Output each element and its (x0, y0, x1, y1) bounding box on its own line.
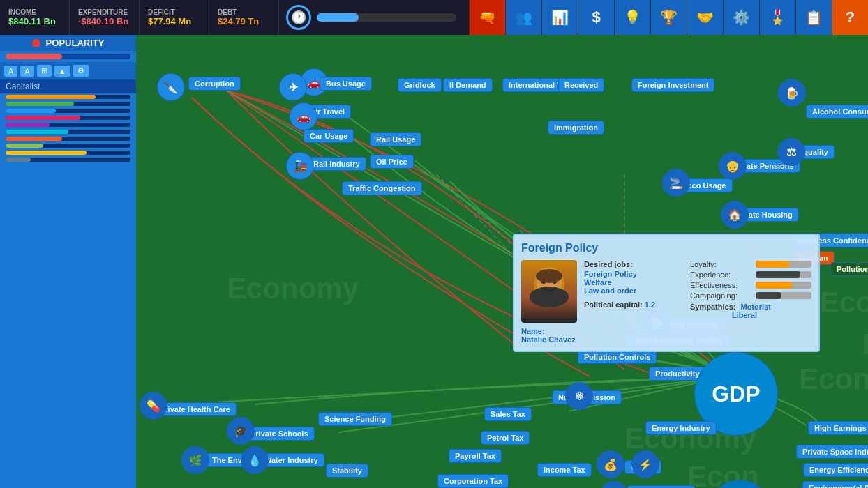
immigration-node[interactable]: Immigration (548, 121, 604, 135)
voter-bar-fill-1 (6, 95, 96, 99)
tool-up[interactable]: ▲ (54, 66, 70, 77)
corruption-node[interactable]: Corruption (188, 77, 241, 91)
bus-usage-node[interactable]: Bus Usage (320, 77, 372, 91)
sales-tax-node[interactable]: Sales Tax (484, 407, 532, 421)
popularity-bar-row (0, 51, 136, 62)
timer-bar-background (317, 13, 456, 22)
medal-button[interactable]: 🎖️ (759, 0, 795, 35)
income-value: $840.11 Bn (8, 16, 56, 26)
voter-bar-bg-3 (6, 109, 130, 113)
pollution-controls-node[interactable]: Pollution Controls (578, 350, 657, 364)
received-node[interactable]: Received (558, 78, 604, 92)
high-earnings-node[interactable]: High Earnings (808, 421, 868, 435)
foreign-investment-node[interactable]: Foreign Investment (631, 78, 714, 92)
trophy-button[interactable]: 🏆 (650, 0, 687, 35)
voter-row-1 (0, 93, 136, 100)
loyalty-bar-fill (756, 261, 789, 268)
voter-row-7 (0, 135, 136, 142)
petrol-tax-node[interactable]: Petrol Tax (481, 431, 530, 445)
tool-a[interactable]: A (4, 66, 17, 77)
rail-usage-node[interactable]: Rail Usage (370, 132, 421, 146)
oil-price-node[interactable]: Oil Price (370, 155, 414, 169)
gridlock-node[interactable]: Gridlock (398, 78, 442, 92)
energy-industry-node[interactable]: Energy Industry (645, 421, 717, 435)
voter-bar-fill-10 (6, 158, 31, 162)
rail-industry-node[interactable]: Rail Industry (307, 157, 366, 171)
plane-icon: ✈ (279, 73, 307, 101)
alcohol-consumption-node[interactable]: Alcohol Consumption (806, 105, 868, 119)
deficit-value: $77.94 Mn (148, 16, 191, 26)
income-tax-node[interactable]: Income Tax (537, 463, 592, 477)
effectiveness-bar-row: Effectiveness: (690, 281, 811, 289)
people-button[interactable]: 👥 (505, 0, 541, 35)
debt-block: DEBT $24.79 Tn (209, 0, 279, 35)
nav-icons: 🔫 👥 📊 $ 💡 🏆 🤝 ⚙️ 🎖️ 📋 ? (469, 0, 868, 35)
popularity-bar-fill (6, 54, 62, 59)
sidebar: POPULARITY A A ⊞ ▲ ⚙ Capitalist (0, 35, 136, 488)
science-funding-node[interactable]: Science Funding (318, 412, 392, 426)
corporation-tax-node[interactable]: Corporation Tax (437, 474, 509, 488)
environmental-protests-node[interactable]: Environmental Protests (802, 481, 868, 488)
voter-label: Capitalist (0, 79, 136, 93)
community-button[interactable]: 🤝 (687, 0, 723, 35)
voter-bar-bg-10 (6, 158, 130, 162)
co2-node[interactable]: CO₂ (708, 480, 771, 488)
stability-node[interactable]: Stability (326, 464, 368, 478)
gun-button[interactable]: 🔫 (469, 0, 505, 35)
popup-capital-row: Political capital: 1.2 (584, 300, 683, 309)
private-space-industry-node[interactable]: Private Space Industry (796, 445, 868, 459)
sympathies-row: Sympathies: Motorist Liberal (690, 303, 811, 319)
effectiveness-bar-fill (756, 282, 792, 289)
popularity-label: POPULARITY (46, 38, 105, 48)
tool-grid[interactable]: ⊞ (37, 65, 52, 77)
water-icon: 💧 (241, 446, 269, 474)
popup-info-right: Loyalty: Experience: Effectiveness: (690, 260, 811, 344)
campaigning-label: Campaigning: (690, 291, 753, 300)
env-icon: 🌿 (181, 446, 209, 474)
health-icon: 💊 (140, 392, 167, 420)
voter-row-4 (0, 114, 136, 121)
train-icon: 🚂 (286, 152, 314, 180)
voter-bar-bg-8 (6, 144, 130, 148)
loyalty-label: Loyalty: (690, 260, 753, 268)
loyalty-bar-row: Loyalty: (690, 260, 811, 268)
pension-icon: 👴 (719, 152, 747, 180)
traffic-congestion-node[interactable]: Traffic Congestion (342, 181, 422, 195)
bulb-button[interactable]: 💡 (614, 0, 650, 35)
payroll-tax-node[interactable]: Payroll Tax (449, 449, 502, 463)
deficit-label: DEFICIT (148, 8, 175, 16)
tool-settings[interactable]: ⚙ (73, 65, 89, 77)
bg-text-econ4: Econ (862, 328, 868, 361)
expenditure-block: EXPENDITURE -$840.19 Bn (70, 0, 140, 35)
dollar-button[interactable]: $ (578, 0, 614, 35)
foreign-policy-popup: Foreign Policy Name: Natalie Cha (513, 234, 820, 352)
minister-avatar (521, 260, 577, 323)
timer-bar-fill (317, 13, 359, 22)
loyalty-bar-bg (756, 261, 811, 268)
debt-value: $24.79 Tn (218, 16, 259, 26)
voter-list (0, 93, 136, 488)
voter-row-5 (0, 121, 136, 128)
popup-name-value: Natalie Chavez (521, 335, 577, 344)
chart-button[interactable]: 📊 (541, 0, 578, 35)
campaigning-bar-bg (756, 292, 811, 299)
income-block: INCOME $840.11 Bn (0, 0, 70, 35)
avatar-svg (525, 262, 574, 321)
private-schools-node[interactable]: Private Schools (244, 427, 315, 441)
house-icon: 🏠 (721, 201, 749, 229)
il-demand-node[interactable]: Il Demand (443, 78, 493, 92)
campaigning-bar-fill (756, 292, 781, 299)
help-button[interactable]: ? (832, 0, 868, 35)
unemployment-node[interactable]: Unemployment (627, 485, 695, 488)
list-button[interactable]: 📋 (795, 0, 832, 35)
gear-button[interactable]: ⚙️ (723, 0, 759, 35)
tool-a2[interactable]: A (20, 66, 33, 77)
car-usage-node[interactable]: Car Usage (304, 129, 354, 143)
bg-text-econ5: Econ (799, 363, 868, 396)
pollution-node[interactable]: Pollution (830, 262, 868, 276)
nuclear-icon: ⚛ (565, 382, 593, 410)
energy-efficiency-node[interactable]: Energy Efficiency (803, 463, 868, 477)
alcohol-icon: 🍺 (778, 79, 806, 107)
crime-node[interactable]: 🔪 (157, 73, 185, 101)
voter-row-8 (0, 142, 136, 149)
